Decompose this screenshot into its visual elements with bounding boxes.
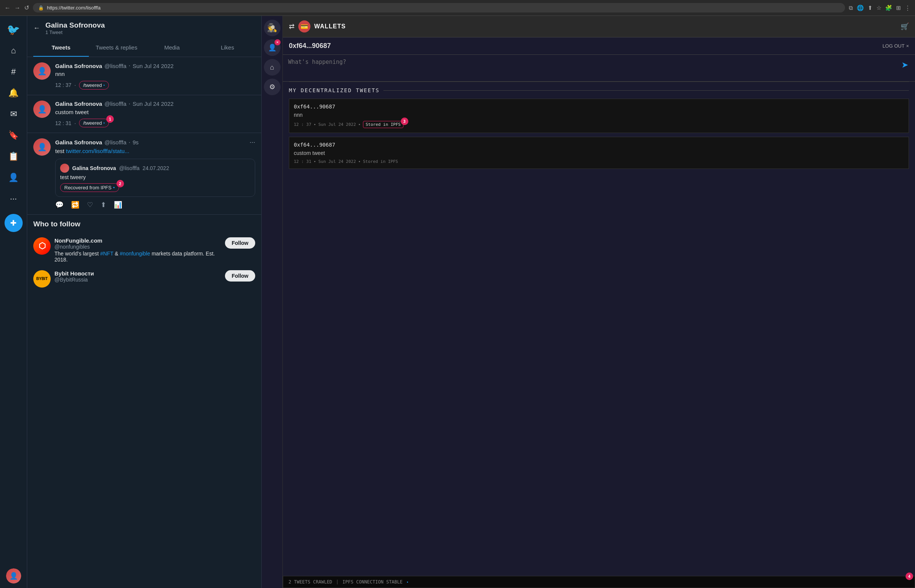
sidebar-messages[interactable]: ✉ xyxy=(5,105,23,123)
back-to-feed-button[interactable]: ← xyxy=(33,24,40,32)
follow-item: BYBIT Bybit Новости @BybitRussia Follow xyxy=(33,267,255,291)
recovered-badge-dot: • xyxy=(113,185,115,191)
follow-button-bybit[interactable]: Follow xyxy=(225,270,255,281)
forward-button[interactable]: → xyxy=(15,5,20,11)
extension-icon[interactable]: 🧩 xyxy=(885,5,892,11)
follow-info: Bybit Новости @BybitRussia xyxy=(55,270,221,283)
compose-tweet-button[interactable]: ✚ xyxy=(5,214,23,232)
follow-name: Bybit Новости xyxy=(55,270,221,276)
profile-name-info: Galina Sofronova 1 Tweet xyxy=(45,21,105,35)
quoted-tweet[interactable]: Galina Sofronova @lisofffa 24.07.2022 te… xyxy=(55,159,255,197)
tweet-user-name: Galina Sofronova xyxy=(55,63,102,69)
recovered-from-ipfs-badge[interactable]: Recovered from IPFS • 2 xyxy=(60,183,119,192)
like-button[interactable]: ♡ xyxy=(87,201,93,209)
address-row: 0xf64...90687 LOG OUT × xyxy=(283,37,915,55)
sidebar-notifications[interactable]: 🔔 xyxy=(5,84,23,102)
stats-button[interactable]: 📊 xyxy=(114,201,122,209)
status-dot: • xyxy=(406,580,409,584)
bookmark-icon[interactable]: ☆ xyxy=(876,5,881,11)
url-text: https://twitter.com/lisofffa xyxy=(47,5,100,11)
tweet-text: custom tweet xyxy=(55,108,255,117)
dt-meta: 12 : 37 • Sun Jul 24 2022 • Stored in IP… xyxy=(294,121,904,128)
tweet-more-button[interactable]: ··· xyxy=(249,138,255,146)
dt-time: 12 : 37 xyxy=(294,122,311,127)
quoted-date: 24.07.2022 xyxy=(143,165,169,171)
tweet-header: Galina Sofronova @lisofffa · 9s ··· xyxy=(55,138,255,146)
sidebar-bookmarks[interactable]: 🔖 xyxy=(5,126,23,144)
tweet-avatar-img: 👤 xyxy=(33,100,51,118)
cart-icon[interactable]: 🛒 xyxy=(900,22,909,31)
url-bar[interactable]: 🔒 https://twitter.com/lisofffa xyxy=(33,3,845,13)
tweet-text: nnn xyxy=(55,70,255,79)
number-badge-4: 4 xyxy=(905,572,913,580)
transfer-icon[interactable]: ⇄ xyxy=(289,22,295,31)
user-avatar[interactable]: 👤 xyxy=(6,569,21,583)
translate-icon[interactable]: 🌐 xyxy=(857,5,864,11)
share-icon[interactable]: ⬆ xyxy=(868,5,873,11)
tab-tweets[interactable]: Tweets xyxy=(33,39,89,57)
dt-dot2: • xyxy=(358,122,361,127)
ext-sidebar-person[interactable]: 👤 ✕ xyxy=(264,39,280,56)
refresh-button[interactable]: ↺ xyxy=(24,4,29,11)
status-ipfs: IPFS CONNECTION STABLE xyxy=(343,579,403,585)
tweet-meta: 12 : 37 · /tweered • xyxy=(55,81,255,90)
number-badge-2: 2 xyxy=(117,180,124,187)
status-crawled: 2 TWEETS CRAWLED xyxy=(288,579,332,585)
tab-likes[interactable]: Likes xyxy=(200,39,255,57)
tweet-link[interactable]: twitter.com/lisofffa/statu... xyxy=(66,148,129,154)
tweet-handle: @lisofffa xyxy=(104,63,126,69)
sidebar-more[interactable]: ··· xyxy=(5,190,23,208)
nonfungible-avatar: ⬡ xyxy=(33,237,51,255)
reply-button[interactable]: 💬 xyxy=(55,201,63,209)
tweet-avatar: 👤 xyxy=(33,62,51,80)
open-tab-icon[interactable]: ⧉ xyxy=(849,5,853,11)
tweet-meta-dot: · xyxy=(74,82,76,88)
tweet-avatar-img: 👤 xyxy=(33,62,51,80)
ext-sidebar-home[interactable]: ⌂ xyxy=(264,59,280,76)
status-bar: 2 TWEETS CRAWLED | IPFS CONNECTION STABL… xyxy=(283,576,915,588)
follow-name: NonFungible.com xyxy=(55,237,221,244)
follow-handle: @BybitRussia xyxy=(55,276,221,283)
decentralized-tweet-card: 0xf64...90687 nnn 12 : 37 • Sun Jul 24 2… xyxy=(289,99,909,133)
tweered-badge[interactable]: /tweered • xyxy=(79,81,109,90)
follow-button-nonfungible[interactable]: Follow xyxy=(225,237,255,249)
quoted-text: test tweery xyxy=(60,174,250,180)
status-divider: | xyxy=(336,579,339,585)
ext-sidebar-settings[interactable]: ⚙ xyxy=(264,79,280,95)
tweered-badge-numbered[interactable]: /tweered • 1 xyxy=(79,119,109,128)
notification-badge: ✕ xyxy=(274,39,280,45)
tweet-avatar: 👤 xyxy=(33,100,51,118)
tab-media[interactable]: Media xyxy=(144,39,200,57)
twitter-logo[interactable]: 🐦 xyxy=(5,20,23,39)
menu-icon[interactable]: ⋮ xyxy=(905,5,910,11)
extension-sidebar: 🕵 👤 ✕ ⌂ ⚙ xyxy=(262,16,283,588)
follow-item: ⬡ NonFungible.com @nonfungibles The worl… xyxy=(33,234,255,267)
puzzle-icon[interactable]: ⊞ xyxy=(896,5,901,11)
extension-panel: ⇄ 💳 WALLETS 🛒 0xf64...90687 LOG OUT × ➤ xyxy=(283,16,915,588)
back-button[interactable]: ← xyxy=(5,5,11,11)
tweet-header: Galina Sofronova @lisofffa · Sun Jul 24 … xyxy=(55,62,255,69)
number-badge-1: 1 xyxy=(106,115,114,123)
sidebar-home[interactable]: ⌂ xyxy=(5,42,23,60)
retweet-button[interactable]: 🔁 xyxy=(71,201,79,209)
tab-tweets-replies[interactable]: Tweets & replies xyxy=(89,39,144,57)
ext-sidebar-incognito[interactable]: 🕵 xyxy=(264,19,280,36)
tweet-actions: 💬 🔁 ♡ ⬆ 📊 xyxy=(55,201,255,209)
tweet-time: Sun Jul 24 2022 xyxy=(133,63,173,69)
dt-meta: 12 : 31 • Sun Jul 24 2022 • Stored in IP… xyxy=(294,159,904,164)
sidebar-profile[interactable]: 👤 xyxy=(5,168,23,187)
lock-icon: 🔒 xyxy=(38,5,44,11)
app-body: 🐦 ⌂ # 🔔 ✉ 🔖 📋 👤 ··· ✚ 👤 ← Galina Sofrono… xyxy=(0,16,915,588)
tweet-avatar: 👤 xyxy=(33,138,51,156)
follow-handle: @nonfungibles xyxy=(55,244,221,250)
send-tweet-button[interactable]: ➤ xyxy=(900,58,910,71)
right-col: 🕵 👤 ✕ ⌂ ⚙ ⇄ 💳 WALLETS 🛒 0xf64...90687 LO… xyxy=(262,16,915,588)
browser-chrome: ← → ↺ 🔒 https://twitter.com/lisofffa ⧉ 🌐… xyxy=(0,0,915,16)
profile-tabs: Tweets Tweets & replies Media Likes xyxy=(33,39,255,57)
browser-actions: ⧉ 🌐 ⬆ ☆ 🧩 ⊞ ⋮ xyxy=(849,5,910,11)
compose-input[interactable] xyxy=(288,58,896,78)
sidebar-explore[interactable]: # xyxy=(5,63,23,81)
logout-button[interactable]: LOG OUT × xyxy=(883,43,909,49)
share-button[interactable]: ⬆ xyxy=(100,201,106,209)
sidebar-lists[interactable]: 📋 xyxy=(5,147,23,165)
